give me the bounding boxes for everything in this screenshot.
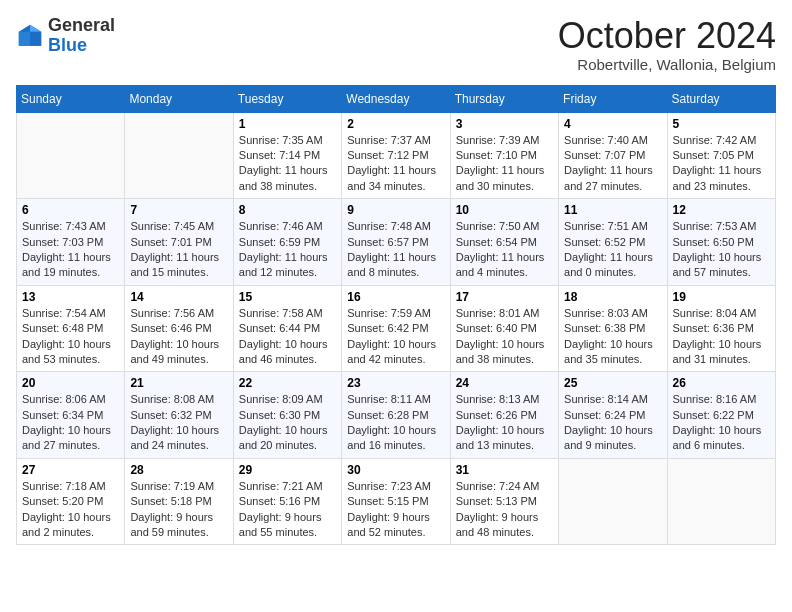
day-info: Sunrise: 7:37 AMSunset: 7:12 PMDaylight:… xyxy=(347,133,444,195)
calendar-cell: 20Sunrise: 8:06 AMSunset: 6:34 PMDayligh… xyxy=(17,372,125,459)
calendar-cell: 23Sunrise: 8:11 AMSunset: 6:28 PMDayligh… xyxy=(342,372,450,459)
calendar-cell: 26Sunrise: 8:16 AMSunset: 6:22 PMDayligh… xyxy=(667,372,775,459)
day-info: Sunrise: 7:24 AMSunset: 5:13 PMDaylight:… xyxy=(456,479,553,541)
day-number: 30 xyxy=(347,463,444,477)
day-number: 8 xyxy=(239,203,336,217)
weekday-header-tuesday: Tuesday xyxy=(233,85,341,112)
logo-icon xyxy=(16,22,44,50)
calendar-cell: 1Sunrise: 7:35 AMSunset: 7:14 PMDaylight… xyxy=(233,112,341,199)
calendar-cell xyxy=(17,112,125,199)
day-info: Sunrise: 8:11 AMSunset: 6:28 PMDaylight:… xyxy=(347,392,444,454)
day-info: Sunrise: 8:08 AMSunset: 6:32 PMDaylight:… xyxy=(130,392,227,454)
day-number: 14 xyxy=(130,290,227,304)
day-number: 31 xyxy=(456,463,553,477)
calendar-cell: 5Sunrise: 7:42 AMSunset: 7:05 PMDaylight… xyxy=(667,112,775,199)
day-number: 2 xyxy=(347,117,444,131)
calendar-cell: 22Sunrise: 8:09 AMSunset: 6:30 PMDayligh… xyxy=(233,372,341,459)
day-info: Sunrise: 7:59 AMSunset: 6:42 PMDaylight:… xyxy=(347,306,444,368)
day-number: 18 xyxy=(564,290,661,304)
calendar-cell: 31Sunrise: 7:24 AMSunset: 5:13 PMDayligh… xyxy=(450,458,558,545)
day-info: Sunrise: 7:43 AMSunset: 7:03 PMDaylight:… xyxy=(22,219,119,281)
calendar-cell: 25Sunrise: 8:14 AMSunset: 6:24 PMDayligh… xyxy=(559,372,667,459)
day-info: Sunrise: 8:09 AMSunset: 6:30 PMDaylight:… xyxy=(239,392,336,454)
calendar-cell: 10Sunrise: 7:50 AMSunset: 6:54 PMDayligh… xyxy=(450,199,558,286)
calendar-cell: 2Sunrise: 7:37 AMSunset: 7:12 PMDaylight… xyxy=(342,112,450,199)
day-number: 1 xyxy=(239,117,336,131)
calendar-cell: 24Sunrise: 8:13 AMSunset: 6:26 PMDayligh… xyxy=(450,372,558,459)
day-info: Sunrise: 7:35 AMSunset: 7:14 PMDaylight:… xyxy=(239,133,336,195)
weekday-header-friday: Friday xyxy=(559,85,667,112)
day-number: 5 xyxy=(673,117,770,131)
calendar-cell: 6Sunrise: 7:43 AMSunset: 7:03 PMDaylight… xyxy=(17,199,125,286)
calendar-cell: 11Sunrise: 7:51 AMSunset: 6:52 PMDayligh… xyxy=(559,199,667,286)
calendar-cell xyxy=(559,458,667,545)
title-block: October 2024 Robertville, Wallonia, Belg… xyxy=(558,16,776,73)
day-number: 24 xyxy=(456,376,553,390)
svg-marker-3 xyxy=(19,32,30,46)
calendar-cell: 13Sunrise: 7:54 AMSunset: 6:48 PMDayligh… xyxy=(17,285,125,372)
calendar-cell: 18Sunrise: 8:03 AMSunset: 6:38 PMDayligh… xyxy=(559,285,667,372)
weekday-header-monday: Monday xyxy=(125,85,233,112)
location-text: Robertville, Wallonia, Belgium xyxy=(558,56,776,73)
day-number: 20 xyxy=(22,376,119,390)
calendar-week-row: 13Sunrise: 7:54 AMSunset: 6:48 PMDayligh… xyxy=(17,285,776,372)
day-info: Sunrise: 7:21 AMSunset: 5:16 PMDaylight:… xyxy=(239,479,336,541)
day-info: Sunrise: 8:13 AMSunset: 6:26 PMDaylight:… xyxy=(456,392,553,454)
day-info: Sunrise: 7:39 AMSunset: 7:10 PMDaylight:… xyxy=(456,133,553,195)
calendar-cell: 3Sunrise: 7:39 AMSunset: 7:10 PMDaylight… xyxy=(450,112,558,199)
day-number: 19 xyxy=(673,290,770,304)
day-info: Sunrise: 7:46 AMSunset: 6:59 PMDaylight:… xyxy=(239,219,336,281)
svg-marker-1 xyxy=(30,25,41,32)
weekday-header-thursday: Thursday xyxy=(450,85,558,112)
day-number: 29 xyxy=(239,463,336,477)
calendar-week-row: 20Sunrise: 8:06 AMSunset: 6:34 PMDayligh… xyxy=(17,372,776,459)
day-number: 4 xyxy=(564,117,661,131)
calendar-week-row: 27Sunrise: 7:18 AMSunset: 5:20 PMDayligh… xyxy=(17,458,776,545)
day-number: 15 xyxy=(239,290,336,304)
day-number: 22 xyxy=(239,376,336,390)
calendar-cell: 7Sunrise: 7:45 AMSunset: 7:01 PMDaylight… xyxy=(125,199,233,286)
svg-marker-2 xyxy=(30,32,41,46)
day-number: 9 xyxy=(347,203,444,217)
day-number: 23 xyxy=(347,376,444,390)
calendar-cell: 28Sunrise: 7:19 AMSunset: 5:18 PMDayligh… xyxy=(125,458,233,545)
day-number: 17 xyxy=(456,290,553,304)
day-info: Sunrise: 7:19 AMSunset: 5:18 PMDaylight:… xyxy=(130,479,227,541)
day-info: Sunrise: 7:51 AMSunset: 6:52 PMDaylight:… xyxy=(564,219,661,281)
day-number: 3 xyxy=(456,117,553,131)
calendar-cell: 4Sunrise: 7:40 AMSunset: 7:07 PMDaylight… xyxy=(559,112,667,199)
day-info: Sunrise: 7:54 AMSunset: 6:48 PMDaylight:… xyxy=(22,306,119,368)
day-info: Sunrise: 8:04 AMSunset: 6:36 PMDaylight:… xyxy=(673,306,770,368)
weekday-header-row: SundayMondayTuesdayWednesdayThursdayFrid… xyxy=(17,85,776,112)
weekday-header-wednesday: Wednesday xyxy=(342,85,450,112)
day-number: 26 xyxy=(673,376,770,390)
calendar-cell xyxy=(125,112,233,199)
day-info: Sunrise: 7:53 AMSunset: 6:50 PMDaylight:… xyxy=(673,219,770,281)
weekday-header-saturday: Saturday xyxy=(667,85,775,112)
calendar-cell: 21Sunrise: 8:08 AMSunset: 6:32 PMDayligh… xyxy=(125,372,233,459)
calendar-cell: 17Sunrise: 8:01 AMSunset: 6:40 PMDayligh… xyxy=(450,285,558,372)
day-number: 12 xyxy=(673,203,770,217)
weekday-header-sunday: Sunday xyxy=(17,85,125,112)
day-number: 25 xyxy=(564,376,661,390)
day-info: Sunrise: 7:50 AMSunset: 6:54 PMDaylight:… xyxy=(456,219,553,281)
calendar-cell: 27Sunrise: 7:18 AMSunset: 5:20 PMDayligh… xyxy=(17,458,125,545)
calendar-cell: 9Sunrise: 7:48 AMSunset: 6:57 PMDaylight… xyxy=(342,199,450,286)
calendar-cell: 30Sunrise: 7:23 AMSunset: 5:15 PMDayligh… xyxy=(342,458,450,545)
day-info: Sunrise: 7:56 AMSunset: 6:46 PMDaylight:… xyxy=(130,306,227,368)
day-info: Sunrise: 8:14 AMSunset: 6:24 PMDaylight:… xyxy=(564,392,661,454)
logo-blue-text: Blue xyxy=(48,35,87,55)
day-info: Sunrise: 8:01 AMSunset: 6:40 PMDaylight:… xyxy=(456,306,553,368)
calendar-cell: 8Sunrise: 7:46 AMSunset: 6:59 PMDaylight… xyxy=(233,199,341,286)
day-info: Sunrise: 7:45 AMSunset: 7:01 PMDaylight:… xyxy=(130,219,227,281)
day-info: Sunrise: 7:18 AMSunset: 5:20 PMDaylight:… xyxy=(22,479,119,541)
day-info: Sunrise: 8:16 AMSunset: 6:22 PMDaylight:… xyxy=(673,392,770,454)
page-header: General Blue October 2024 Robertville, W… xyxy=(16,16,776,73)
day-info: Sunrise: 7:23 AMSunset: 5:15 PMDaylight:… xyxy=(347,479,444,541)
day-number: 28 xyxy=(130,463,227,477)
calendar-week-row: 6Sunrise: 7:43 AMSunset: 7:03 PMDaylight… xyxy=(17,199,776,286)
day-info: Sunrise: 7:42 AMSunset: 7:05 PMDaylight:… xyxy=(673,133,770,195)
calendar-week-row: 1Sunrise: 7:35 AMSunset: 7:14 PMDaylight… xyxy=(17,112,776,199)
logo: General Blue xyxy=(16,16,115,56)
logo-general-text: General xyxy=(48,16,115,36)
